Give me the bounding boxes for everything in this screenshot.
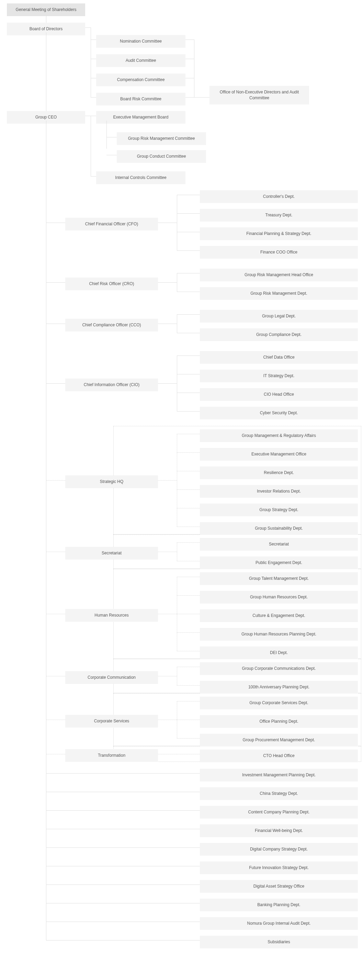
corporate-services: Corporate Services	[65, 715, 158, 727]
cro-item: Group Risk Management Dept.	[200, 287, 358, 300]
office-non-exec: Office of Non-Executive Directors and Au…	[210, 86, 309, 104]
tail-dept: Digital Asset Strategy Office	[200, 880, 358, 893]
cio: Chief Information Officer (CIO)	[65, 379, 158, 391]
tail-dept: Subsidiaries	[200, 936, 358, 948]
cfo-item: Treasury Dept.	[200, 209, 358, 221]
tail-dept: Financial Well-being Dept.	[200, 824, 358, 837]
cro-item: Group Risk Management Head Office	[200, 269, 358, 281]
executive-management-board: Executive Management Board	[96, 111, 185, 124]
tail-dept: Digital Company Strategy Dept.	[200, 843, 358, 856]
strategic-hq: Strategic HQ	[65, 476, 158, 488]
audit-committee: Audit Committee	[96, 54, 185, 67]
cfo-item: Financial Planning & Strategy Dept.	[200, 228, 358, 240]
corporate-communication-item: Group Corporate Communications Dept.	[200, 662, 358, 675]
secretariat-item: Secretariat	[200, 538, 358, 550]
strategic-hq-item: Group Strategy Dept.	[200, 504, 358, 516]
cco-item: Group Legal Dept.	[200, 310, 358, 323]
corporate-services-item: Office Planning Dept.	[200, 715, 358, 728]
general-meeting: General Meeting of Shareholders	[7, 3, 85, 16]
tail-dept: Nomura Group Internal Audit Dept.	[200, 917, 358, 930]
internal-controls-committee: Internal Controls Committee	[96, 172, 185, 184]
group-risk-mgmt-committee: Group Risk Management Committee	[117, 132, 206, 145]
human-resources-item: DEI Dept.	[200, 646, 358, 659]
secretariat: Secretariat	[65, 547, 158, 560]
tail-dept: Banking Planning Dept.	[200, 899, 358, 911]
transformation: Transformation	[65, 749, 158, 762]
strategic-hq-item: Investor Relations Dept.	[200, 485, 358, 498]
cro: Chief Risk Officer (CRO)	[65, 278, 158, 290]
board-risk-committee: Board Risk Committee	[96, 93, 185, 105]
cio-item: IT Strategy Dept.	[200, 370, 358, 382]
compensation-committee: Compensation Committee	[96, 73, 185, 86]
nomination-committee: Nomination Committee	[96, 35, 185, 48]
cco: Chief Compliance Officer (CCO)	[65, 319, 158, 331]
human-resources-item: Group Human Resources Planning Dept.	[200, 628, 358, 641]
tail-dept: Future Innovation Strategy Dept.	[200, 861, 358, 874]
group-conduct-committee: Group Conduct Committee	[117, 150, 206, 163]
transformation-item: CTO Head Office	[200, 749, 358, 762]
human-resources: Human Resources	[65, 609, 158, 622]
human-resources-item: Group Human Resources Dept.	[200, 591, 358, 603]
tail-dept: China Strategy Dept.	[200, 787, 358, 800]
cfo: Chief Financial Officer (CFO)	[65, 218, 158, 231]
strategic-hq-item: Group Management & Regulatory Affairs	[200, 430, 358, 442]
corporate-services-item: Group Corporate Services Dept.	[200, 697, 358, 710]
cfo-item: Controller's Dept.	[200, 190, 358, 203]
corporate-communication-item: 100th Anniversary Planning Dept.	[200, 681, 358, 694]
cio-item: Chief Data Office	[200, 351, 358, 364]
cco-item: Group Compliance Dept.	[200, 328, 358, 341]
strategic-hq-item: Resilience Dept.	[200, 466, 358, 479]
cfo-item: Finance COO Office	[200, 246, 358, 259]
corporate-services-item: Group Procurement Management Dept.	[200, 734, 358, 746]
tail-dept: Content Company Planning Dept.	[200, 806, 358, 819]
secretariat-item: Public Engagement Dept.	[200, 557, 358, 569]
strategic-hq-item: Executive Management Office	[200, 448, 358, 461]
corporate-communication: Corporate Communication	[65, 671, 158, 684]
human-resources-item: Culture & Engagement Dept.	[200, 609, 358, 622]
tail-dept: Investment Management Planning Dept.	[200, 769, 358, 781]
cio-item: CIO Head Office	[200, 388, 358, 401]
human-resources-item: Group Talent Management Dept.	[200, 572, 358, 585]
strategic-hq-item: Group Sustainability Dept.	[200, 522, 358, 535]
cio-item: Cyber Security Dept.	[200, 407, 358, 419]
